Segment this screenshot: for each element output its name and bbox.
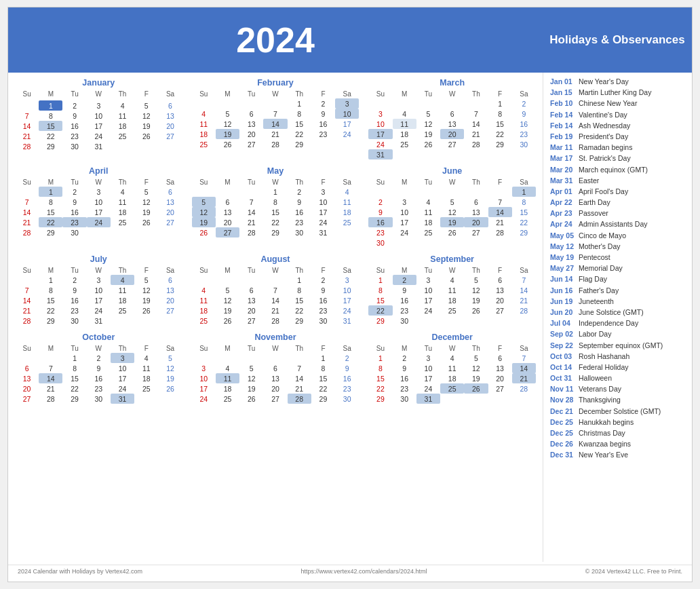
calendar-day[interactable]: 26 xyxy=(239,394,263,404)
calendar-day[interactable]: 14 xyxy=(288,373,311,383)
calendar-day[interactable]: 23 xyxy=(393,305,416,316)
calendar-day[interactable]: 16 xyxy=(288,207,311,217)
calendar-day[interactable]: 3 xyxy=(416,275,440,285)
calendar-day[interactable]: 19 xyxy=(464,295,488,305)
calendar-day[interactable]: 5 xyxy=(464,275,488,285)
calendar-day[interactable]: 17 xyxy=(311,207,335,217)
calendar-day[interactable]: 10 xyxy=(192,373,216,383)
calendar-day[interactable]: 20 xyxy=(239,305,263,316)
calendar-day[interactable]: 13 xyxy=(239,295,263,305)
calendar-day[interactable]: 16 xyxy=(62,207,86,217)
calendar-day[interactable]: 3 xyxy=(87,275,111,285)
calendar-day[interactable]: 24 xyxy=(111,383,134,394)
calendar-day[interactable]: 11 xyxy=(111,285,134,295)
calendar-day[interactable]: 2 xyxy=(311,275,335,285)
calendar-day[interactable]: 15 xyxy=(288,119,311,129)
calendar-day[interactable]: 17 xyxy=(416,295,440,305)
calendar-day[interactable]: 12 xyxy=(134,285,158,295)
calendar-day[interactable]: 2 xyxy=(393,353,416,363)
calendar-day[interactable]: 25 xyxy=(111,131,134,141)
calendar-day[interactable]: 13 xyxy=(158,285,182,295)
calendar-day[interactable]: 13 xyxy=(239,119,263,129)
calendar-day[interactable]: 26 xyxy=(216,139,239,149)
calendar-day[interactable]: 14 xyxy=(488,207,512,217)
calendar-day[interactable]: 21 xyxy=(15,131,39,141)
calendar-day[interactable]: 19 xyxy=(440,217,464,227)
calendar-day[interactable]: 3 xyxy=(111,353,134,363)
calendar-day[interactable]: 17 xyxy=(192,383,216,394)
calendar-day[interactable]: 18 xyxy=(440,373,464,383)
calendar-day[interactable]: 16 xyxy=(62,295,86,305)
calendar-day[interactable]: 18 xyxy=(335,207,359,217)
calendar-day[interactable]: 22 xyxy=(512,217,536,227)
calendar-day[interactable]: 11 xyxy=(192,295,216,305)
calendar-day[interactable]: 7 xyxy=(39,363,62,373)
calendar-day[interactable]: 4 xyxy=(440,275,464,285)
calendar-day[interactable]: 22 xyxy=(288,305,311,316)
calendar-day[interactable]: 14 xyxy=(263,119,287,129)
calendar-day[interactable]: 29 xyxy=(488,139,512,149)
calendar-day[interactable]: 30 xyxy=(62,316,86,326)
calendar-day[interactable]: 11 xyxy=(216,373,239,383)
calendar-day[interactable]: 29 xyxy=(39,141,62,151)
calendar-day[interactable]: 1 xyxy=(39,100,62,111)
calendar-day[interactable]: 29 xyxy=(39,227,62,238)
calendar-day[interactable]: 18 xyxy=(440,295,464,305)
calendar-day[interactable]: 7 xyxy=(512,353,536,363)
calendar-day[interactable]: 27 xyxy=(158,217,182,227)
calendar-day[interactable]: 10 xyxy=(335,109,359,119)
calendar-day[interactable]: 9 xyxy=(62,285,86,295)
calendar-day[interactable]: 12 xyxy=(464,285,488,295)
calendar-day[interactable]: 9 xyxy=(393,363,416,373)
calendar-day[interactable]: 5 xyxy=(216,109,239,119)
calendar-day[interactable]: 27 xyxy=(440,139,464,149)
calendar-day[interactable]: 30 xyxy=(288,227,311,238)
calendar-day[interactable]: 31 xyxy=(87,316,111,326)
calendar-day[interactable]: 25 xyxy=(393,139,416,149)
calendar-day[interactable]: 23 xyxy=(311,129,335,139)
calendar-day[interactable]: 5 xyxy=(440,197,464,207)
calendar-day[interactable]: 10 xyxy=(87,285,111,295)
calendar-day[interactable]: 26 xyxy=(192,227,216,238)
calendar-day[interactable]: 20 xyxy=(158,121,182,131)
calendar-day[interactable]: 3 xyxy=(87,100,111,111)
calendar-day[interactable]: 1 xyxy=(368,353,392,363)
calendar-day[interactable]: 31 xyxy=(87,141,111,151)
calendar-day[interactable]: 2 xyxy=(335,353,359,363)
calendar-day[interactable]: 11 xyxy=(111,197,134,207)
calendar-day[interactable]: 30 xyxy=(393,394,416,404)
calendar-day[interactable]: 10 xyxy=(87,111,111,121)
calendar-day[interactable]: 21 xyxy=(263,305,287,316)
calendar-day[interactable]: 26 xyxy=(134,305,158,316)
calendar-day[interactable]: 8 xyxy=(288,285,311,295)
calendar-day[interactable]: 18 xyxy=(134,373,158,383)
calendar-day[interactable]: 6 xyxy=(239,109,263,119)
calendar-day[interactable]: 8 xyxy=(39,285,62,295)
calendar-day[interactable]: 14 xyxy=(263,295,287,305)
calendar-day[interactable]: 30 xyxy=(393,316,416,326)
calendar-day[interactable]: 11 xyxy=(111,111,134,121)
calendar-day[interactable]: 13 xyxy=(15,373,39,383)
calendar-day[interactable]: 24 xyxy=(311,217,335,227)
calendar-day[interactable]: 1 xyxy=(311,353,335,363)
calendar-day[interactable]: 7 xyxy=(263,109,287,119)
calendar-day[interactable]: 6 xyxy=(263,363,287,373)
calendar-day[interactable]: 1 xyxy=(39,187,62,197)
calendar-day[interactable]: 17 xyxy=(87,295,111,305)
calendar-day[interactable]: 22 xyxy=(311,383,335,394)
calendar-day[interactable]: 13 xyxy=(158,197,182,207)
calendar-day[interactable]: 6 xyxy=(488,275,512,285)
calendar-day[interactable]: 30 xyxy=(368,238,392,248)
calendar-day[interactable]: 26 xyxy=(464,383,488,394)
calendar-day[interactable]: 3 xyxy=(368,109,392,119)
calendar-day[interactable]: 8 xyxy=(311,363,335,373)
calendar-day[interactable]: 15 xyxy=(39,121,62,131)
calendar-day[interactable]: 7 xyxy=(15,285,39,295)
calendar-day[interactable]: 9 xyxy=(393,285,416,295)
calendar-day[interactable]: 21 xyxy=(263,129,287,139)
calendar-day[interactable]: 23 xyxy=(62,131,86,141)
calendar-day[interactable]: 12 xyxy=(216,119,239,129)
calendar-day[interactable]: 31 xyxy=(335,316,359,326)
calendar-day[interactable]: 13 xyxy=(440,119,464,129)
calendar-day[interactable]: 24 xyxy=(87,131,111,141)
